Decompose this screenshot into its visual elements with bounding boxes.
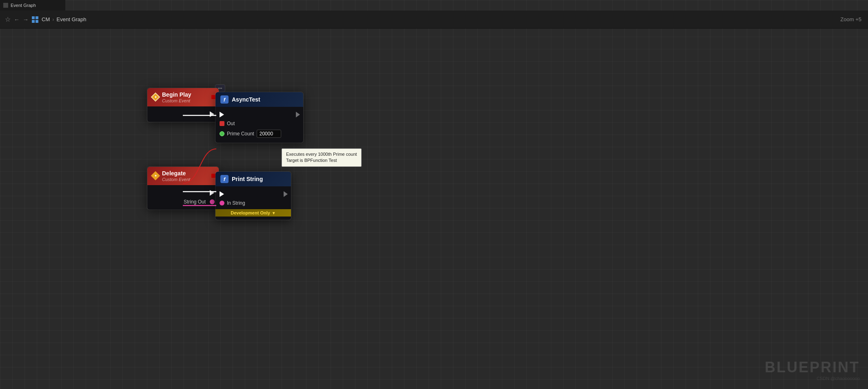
print-title: Print String — [232, 176, 263, 183]
blueprint-canvas[interactable]: ••• ✦ Begin Play Custom Event — [0, 29, 868, 389]
breadcrumb-cm[interactable]: CM — [42, 16, 50, 22]
async-prime-count-row: Prime Count — [215, 128, 303, 139]
async-test-node[interactable]: f AsyncTest Out Pr — [215, 92, 304, 143]
delegate-exec-output — [147, 188, 219, 197]
async-fn-icon: f — [220, 95, 229, 104]
title-bar-icon — [3, 3, 8, 8]
back-button[interactable]: ← — [14, 16, 20, 23]
delegate-title: Delegate — [162, 170, 190, 177]
title-bar: Event Graph — [0, 0, 65, 11]
begin-play-title: Begin Play — [162, 91, 191, 98]
prime-count-input[interactable] — [257, 130, 281, 138]
title-bar-label: Event Graph — [11, 3, 36, 8]
string-out-label: String Out — [184, 199, 206, 205]
expand-arrow: ▼ — [272, 211, 276, 215]
blueprint-icon — [32, 16, 38, 23]
delegate-subtitle: Custom Event — [162, 177, 190, 182]
watermark-sub: CSDN @chaooooooo — [765, 376, 860, 381]
breadcrumb: CM › Event Graph — [42, 16, 87, 22]
begin-play-subtitle: Custom Event — [162, 98, 191, 103]
breadcrumb-arrow: › — [52, 16, 54, 22]
async-exec-row — [215, 110, 303, 119]
tooltip-line2: Target is BPFunction Test — [286, 157, 357, 164]
delegate-body: String Out — [147, 185, 219, 210]
begin-play-exec-output — [147, 110, 219, 119]
in-string-pin — [220, 201, 224, 206]
string-out-pin — [210, 199, 215, 204]
breadcrumb-event-graph[interactable]: Event Graph — [57, 16, 87, 22]
exec-out-pin — [209, 111, 215, 117]
tooltip-line1: Executes every 1000th Prime count — [286, 151, 357, 157]
watermark-text: BLUEPRINT — [765, 359, 860, 376]
prime-count-label: Prime Count — [227, 131, 254, 137]
begin-play-body — [147, 106, 219, 122]
print-in-string-row: In String — [215, 199, 291, 208]
out-label: Out — [227, 121, 235, 126]
zoom-label: Zoom +5 — [840, 16, 861, 22]
watermark: BLUEPRINT CSDN @chaooooooo — [765, 359, 860, 381]
out-pin-red — [220, 121, 224, 126]
dev-only-badge: Development Only ▼ — [215, 209, 291, 217]
prime-count-pin — [220, 131, 224, 136]
print-exec-out — [284, 191, 288, 197]
print-fn-icon: f — [220, 175, 229, 183]
print-exec-in — [219, 191, 224, 197]
print-string-node[interactable]: f Print String In String Deve — [215, 171, 291, 220]
delegate-icon: ✦ — [151, 171, 160, 181]
begin-play-icon: ✦ — [151, 93, 160, 102]
delegate-node[interactable]: ✦ Delegate Custom Event String Out — [147, 166, 219, 210]
forward-button[interactable]: → — [23, 16, 29, 23]
async-title: AsyncTest — [232, 96, 260, 103]
print-body: In String Development Only ▼ — [215, 186, 291, 220]
nav-bar: ☆ ← → CM › Event Graph Zoom +5 — [0, 11, 868, 29]
async-out-pin: Out — [215, 119, 303, 128]
async-body: Out Prime Count — [215, 107, 303, 143]
favorite-button[interactable]: ☆ — [5, 15, 11, 23]
async-exec-out — [296, 112, 300, 117]
begin-play-node[interactable]: ✦ Begin Play Custom Event — [147, 88, 219, 122]
tooltip: Executes every 1000th Prime count Target… — [282, 148, 362, 167]
delegate-string-out: String Out — [147, 197, 219, 206]
in-string-label: In String — [227, 200, 245, 206]
async-exec-in — [219, 112, 224, 117]
connections-layer — [0, 29, 868, 389]
dev-only-label: Development Only — [231, 210, 270, 215]
delegate-exec-pin-out — [209, 190, 215, 196]
print-exec-row — [215, 190, 291, 199]
